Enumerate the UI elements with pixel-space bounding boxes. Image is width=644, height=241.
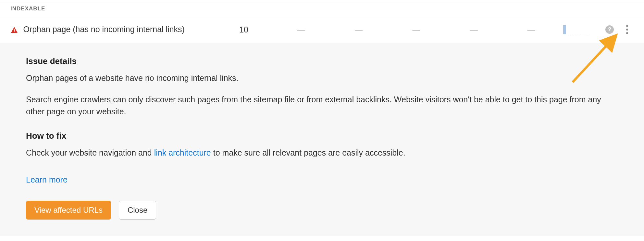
link-architecture-link[interactable]: link architecture: [154, 148, 211, 157]
close-button[interactable]: Close: [119, 201, 156, 220]
help-icon[interactable]: ?: [605, 25, 614, 34]
how-to-fix-text: Check your website navigation and link a…: [26, 147, 610, 159]
view-affected-urls-button[interactable]: View affected URLs: [26, 201, 111, 220]
svg-rect-1: [14, 32, 15, 32]
fix-text-before: Check your website navigation and: [26, 148, 154, 157]
spark-bar: [563, 25, 566, 34]
learn-more-link[interactable]: Learn more: [26, 175, 68, 184]
section-header: INDEXABLE: [0, 0, 644, 16]
metric-3: —: [330, 25, 388, 34]
issue-details-heading: Issue details: [26, 56, 618, 66]
metric-6: —: [502, 25, 560, 34]
issue-details-p1: Orphan pages of a website have no incomi…: [26, 72, 610, 84]
metric-4: —: [388, 25, 445, 34]
metric-2: —: [273, 25, 330, 34]
warning-icon: [10, 26, 18, 34]
how-to-fix-heading: How to fix: [26, 131, 618, 141]
button-row: View affected URLs Close: [26, 201, 618, 220]
fix-text-after: to make sure all relevant pages are easi…: [211, 148, 405, 157]
issue-severity-icon-col: [10, 25, 23, 34]
metric-count: 10: [215, 25, 272, 34]
kebab-menu-icon[interactable]: [625, 24, 629, 35]
issue-details-panel: Issue details Orphan pages of a website …: [0, 43, 644, 236]
spark-baseline: [566, 34, 588, 34]
issue-name: Orphan page (has no incoming internal li…: [23, 24, 215, 35]
issue-details-p2: Search engine crawlers can only discover…: [26, 94, 610, 118]
svg-rect-0: [14, 29, 15, 31]
metric-5: —: [445, 25, 502, 34]
sparkline: [560, 25, 598, 34]
issue-row[interactable]: Orphan page (has no incoming internal li…: [0, 16, 644, 43]
